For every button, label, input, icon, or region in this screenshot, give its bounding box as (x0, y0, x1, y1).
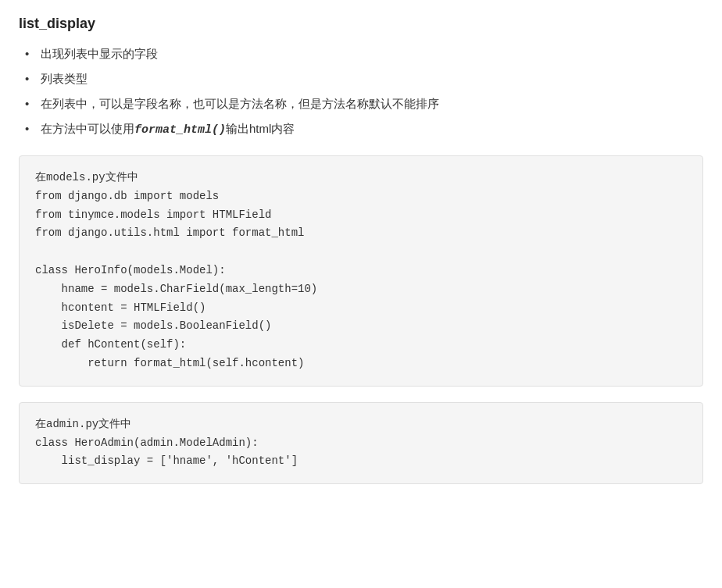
list-item-text: 列表类型 (41, 72, 88, 85)
list-item-text: 出现列表中显示的字段 (41, 47, 158, 60)
code-block-admin: 在admin.py文件中 class HeroAdmin(admin.Model… (19, 402, 703, 484)
list-item-text-after: 输出html内容 (226, 122, 295, 135)
list-item: 出现列表中显示的字段 (25, 45, 703, 63)
bullet-list: 出现列表中显示的字段 列表类型 在列表中，可以是字段名称，也可以是方法名称，但是… (19, 45, 703, 140)
list-item-with-code: 在方法中可以使用format_html()输出html内容 (25, 119, 703, 140)
list-item: 列表类型 (25, 69, 703, 88)
code-block-models: 在models.py文件中 from django.db import mode… (19, 155, 703, 387)
list-item-text-before: 在方法中可以使用 (41, 122, 134, 135)
page-title: list_display (19, 16, 703, 32)
list-item-text: 在列表中，可以是字段名称，也可以是方法名称，但是方法名称默认不能排序 (41, 97, 439, 110)
list-item: 在列表中，可以是字段名称，也可以是方法名称，但是方法名称默认不能排序 (25, 94, 703, 113)
inline-code: format_html() (134, 123, 226, 137)
